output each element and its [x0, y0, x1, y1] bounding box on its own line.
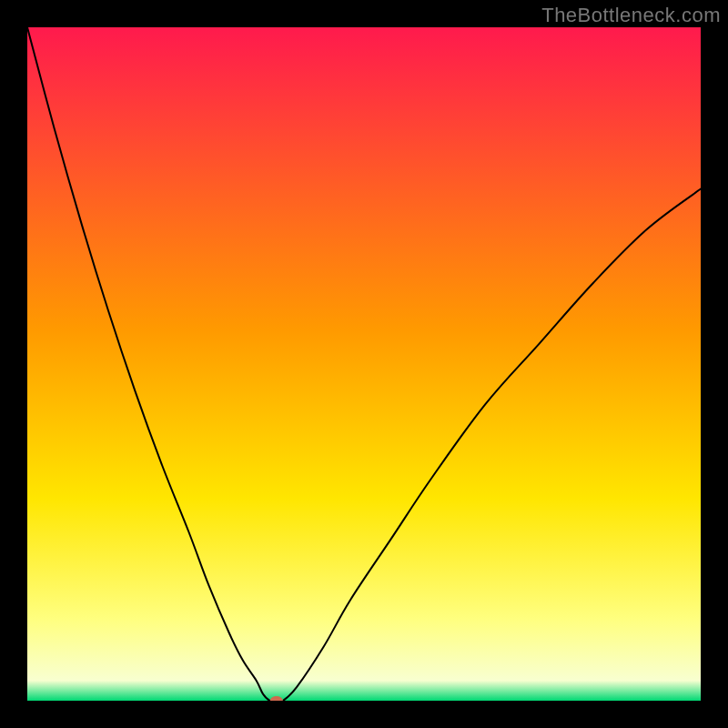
chart-svg — [27, 27, 701, 701]
plot-area — [27, 27, 701, 701]
gradient-background — [27, 27, 701, 701]
watermark-text: TheBottleneck.com — [541, 4, 721, 27]
chart-frame: TheBottleneck.com — [0, 0, 728, 728]
